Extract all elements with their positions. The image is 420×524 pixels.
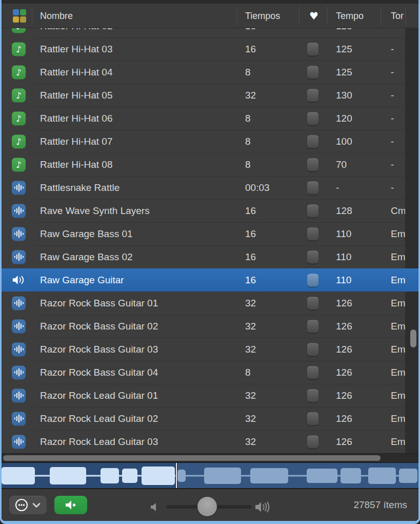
loop-tempo: 100 (336, 136, 352, 147)
music-note-icon: ♪ (12, 65, 26, 79)
audio-loop-icon (12, 365, 26, 379)
loop-row[interactable]: Raw Garage Guitar16110Em (2, 268, 418, 292)
loop-row[interactable]: ♪Rattler Hi-Hat 0532130- (2, 84, 418, 107)
column-header-beats[interactable]: Tiempos (245, 10, 280, 21)
loop-tempo: 126 (336, 367, 352, 378)
loop-name: Razor Rock Lead Guitar 01 (40, 390, 158, 401)
column-separator (299, 6, 299, 25)
loop-name: Rattler Hi-Hat 03 (40, 44, 113, 55)
partially-scrolled-row: ♪Rattler Hi-Hat 0216125- (2, 28, 418, 37)
loop-row[interactable]: Razor Rock Lead Guitar 0232126Em (2, 407, 418, 430)
loop-row[interactable]: Razor Rock Lead Guitar 0132126Em (2, 384, 418, 407)
column-header-tempo[interactable]: Tempo (336, 10, 364, 21)
loop-beats: 16 (245, 28, 256, 32)
favorite-checkbox[interactable] (307, 297, 318, 309)
loop-name: Rattler Hi-Hat 04 (40, 67, 113, 78)
loop-name: Razor Rock Bass Guitar 02 (40, 321, 158, 332)
loop-key: Em (391, 251, 406, 263)
actions-menu-button[interactable] (9, 496, 47, 514)
loop-beats: 16 (245, 228, 256, 240)
loop-name: Raw Garage Bass 02 (40, 251, 133, 263)
loop-key: Em (391, 275, 406, 286)
favorite-checkbox[interactable] (307, 227, 318, 240)
favorite-column-heart-icon[interactable]: ♥ (309, 10, 318, 22)
music-note-icon: ♪ (12, 111, 26, 125)
column-header-name[interactable]: Nombre (40, 10, 73, 21)
loop-row[interactable]: Rattlesnake Rattle00:03-- (2, 176, 418, 199)
loop-row[interactable]: Razor Rock Bass Guitar 0132126Em (2, 292, 418, 315)
favorite-checkbox[interactable] (307, 43, 318, 55)
favorite-checkbox[interactable] (307, 250, 318, 263)
audio-loop-icon (12, 389, 26, 402)
loop-tempo: 125 (336, 44, 352, 55)
loop-row[interactable]: ♪Rattler Hi-Hat 078100- (2, 130, 418, 153)
favorite-checkbox[interactable] (307, 135, 318, 148)
favorite-checkbox[interactable] (307, 343, 318, 356)
favorite-checkbox[interactable] (307, 412, 318, 425)
loop-key: - (391, 136, 394, 147)
loop-row[interactable]: ♪Rattler Hi-Hat 0316125- (2, 37, 418, 61)
loop-name: Razor Rock Lead Guitar 03 (40, 436, 158, 448)
loop-row[interactable]: ♪Rattler Hi-Hat 048125- (2, 61, 418, 84)
favorite-checkbox[interactable] (307, 158, 318, 171)
loop-row[interactable]: Razor Rock Bass Guitar 048126Em (2, 361, 418, 384)
loop-beats: 8 (245, 367, 251, 378)
speaker-loud-icon (255, 500, 272, 514)
audio-loop-icon (12, 319, 26, 333)
loop-key: Em (391, 298, 406, 309)
loop-row[interactable]: Razor Rock Bass Guitar 0332126Em (2, 338, 418, 361)
loop-name: Razor Rock Bass Guitar 04 (40, 367, 158, 378)
favorite-checkbox[interactable] (307, 320, 318, 333)
column-separator (405, 6, 406, 25)
favorite-checkbox[interactable] (307, 389, 318, 402)
favorite-checkbox[interactable] (307, 181, 318, 194)
loops-list: ♪Rattler Hi-Hat 0216125-♪Rattler Hi-Hat … (2, 28, 418, 453)
loop-tempo: 126 (336, 436, 352, 448)
view-mode-grid-icon[interactable] (13, 9, 26, 23)
audio-loop-icon (12, 342, 26, 356)
speaker-quiet-icon (150, 502, 157, 512)
loop-key: - (391, 90, 394, 101)
loop-row[interactable]: Razor Rock Lead Guitar 0332126Em (2, 430, 418, 453)
loop-beats: 00:03 (245, 182, 270, 193)
loop-name: Rattler Hi-Hat 06 (40, 113, 113, 124)
loop-tempo: 110 (336, 251, 351, 263)
loop-name: Rave Wave Synth Layers (40, 205, 150, 217)
loop-row[interactable]: Razor Rock Bass Guitar 0232126Em (2, 315, 418, 338)
loop-tempo: 126 (336, 321, 352, 332)
volume-slider-thumb[interactable] (197, 497, 217, 516)
music-note-icon: ♪ (12, 134, 26, 148)
horizontal-scrollbar-thumb[interactable] (3, 455, 381, 461)
loop-row[interactable]: Raw Garage Bass 0216110Em (2, 245, 418, 268)
vertical-scrollbar-thumb[interactable] (410, 329, 416, 347)
table-header: Nombre Tiempos ♥ Tempo Tor (2, 4, 418, 28)
loop-beats: 32 (245, 321, 256, 332)
favorite-checkbox[interactable] (307, 89, 318, 102)
loop-row[interactable]: ♪Rattler Hi-Hat 0216125- (2, 28, 418, 37)
loop-row[interactable]: ♪Rattler Hi-Hat 068120- (2, 107, 418, 130)
favorite-checkbox[interactable] (307, 274, 318, 286)
audio-loop-icon (12, 435, 26, 449)
loop-row[interactable]: ♪Rattler Hi-Hat 08870- (2, 153, 418, 176)
audio-loop-icon (12, 250, 26, 264)
favorite-checkbox[interactable] (307, 66, 318, 79)
preview-speaker-button[interactable] (54, 496, 87, 514)
favorite-checkbox[interactable] (307, 435, 318, 448)
loop-row[interactable]: Raw Garage Bass 0116110Em (2, 222, 418, 245)
loop-tempo: 110 (336, 228, 351, 240)
loop-key: - (391, 44, 394, 55)
favorite-checkbox[interactable] (307, 112, 318, 125)
loop-name: Razor Rock Lead Guitar 02 (40, 413, 158, 424)
loop-tempo: 110 (336, 275, 351, 286)
loop-tempo: 130 (336, 90, 352, 101)
waveform-preview[interactable] (2, 462, 418, 488)
loop-tempo: 128 (336, 205, 352, 217)
column-header-key[interactable]: Tor (391, 10, 404, 21)
favorite-checkbox[interactable] (307, 366, 318, 379)
favorite-checkbox[interactable] (307, 204, 318, 217)
grid-tile-yellow (13, 16, 19, 23)
loop-row[interactable]: Rave Wave Synth Layers16128Cm (2, 199, 418, 222)
loop-beats: 16 (245, 275, 256, 286)
loop-key: - (391, 159, 394, 170)
loop-tempo: 126 (336, 390, 352, 401)
